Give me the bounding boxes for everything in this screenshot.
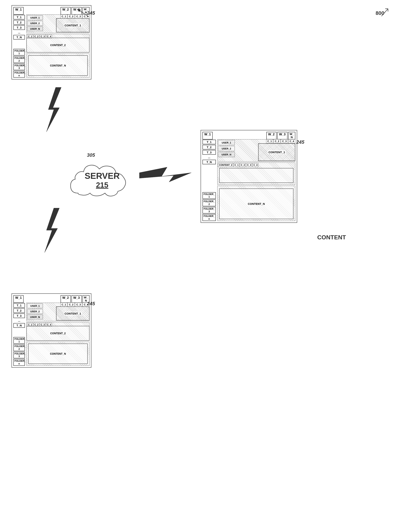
tab-w2[interactable]: W_2	[61, 7, 71, 15]
lightning-top	[37, 87, 74, 150]
svg-line-0	[78, 9, 89, 17]
tab-t2[interactable]: T_2	[13, 20, 25, 25]
server-num: 215	[63, 181, 141, 189]
server-label: SERVER	[63, 171, 141, 181]
tab-t3[interactable]: T_3	[13, 25, 25, 30]
annotation-305: 305	[87, 152, 95, 158]
tab-dots: ...	[13, 31, 25, 34]
tab-w1[interactable]: W_1	[13, 7, 24, 15]
lightning-right	[139, 167, 191, 195]
client-box-bottom-right: W_1 W_2 W_3 W_N T_1 T_2 T_3 ... T_N FOLD…	[201, 130, 297, 223]
annotation-245-bot: 245	[87, 301, 95, 307]
tab-w3-br[interactable]: W_3	[277, 132, 287, 139]
annotation-arrow-top	[76, 7, 91, 19]
tab-w2-br[interactable]: W_2	[266, 132, 277, 139]
client-box-bottom-left: W_1 W_2 W_3 W_N T_1 T_2 T_3 ... T_N FOLD…	[12, 293, 91, 368]
tab-wn-br[interactable]: W_N	[288, 132, 295, 139]
annotation-245-mid: 245	[296, 139, 304, 145]
folder-2[interactable]: FOLDER_2	[13, 56, 25, 63]
svg-line-1	[382, 9, 388, 16]
tab-w3-bl[interactable]: W_3	[71, 295, 82, 303]
content-label-detected: CONTENT	[317, 234, 346, 241]
annotation-245-top: 245	[87, 10, 95, 16]
folder-n[interactable]: FOLDER_n	[13, 71, 25, 78]
ref-800-arrow	[381, 8, 390, 17]
tab-t1[interactable]: T_1	[13, 15, 25, 19]
diagram-container: W_1 W_2 W_3 W_N T_1 T_2 T_3 ... T_N FOLD…	[0, 0, 401, 532]
tab-w2-bl[interactable]: W_2	[61, 295, 71, 303]
tab-tn[interactable]: T_N	[13, 35, 25, 39]
lightning-bottom	[33, 208, 70, 271]
server-cloud: SERVER 215	[63, 156, 141, 204]
tab-w1-br[interactable]: W_1	[203, 132, 213, 139]
tab-w1-bl[interactable]: W_1	[13, 295, 24, 303]
folder-3[interactable]: FOLDER_3	[13, 63, 25, 70]
folder-1[interactable]: FOLDER_1	[13, 49, 25, 56]
